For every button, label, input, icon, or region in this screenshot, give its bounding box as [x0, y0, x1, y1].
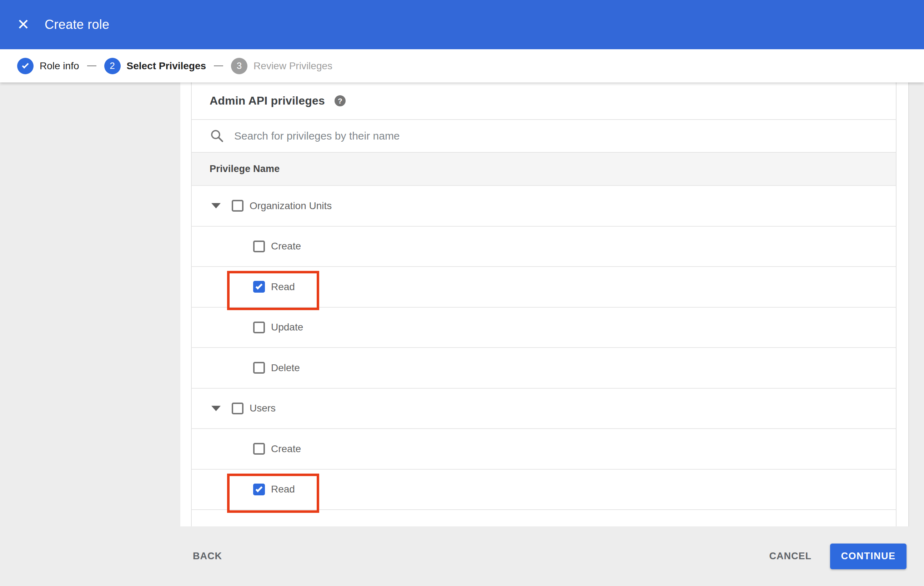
expand-arrow-icon[interactable] [211, 203, 221, 208]
stepper-step-label: Select Privileges [127, 60, 206, 72]
scrollbar-track[interactable] [908, 82, 924, 527]
privilege-row-read: Read [192, 470, 896, 510]
dialog-title: Create role [45, 17, 109, 32]
footer-actions: CANCEL CONTINUE [769, 543, 907, 569]
stepper-step-label: Role info [40, 60, 79, 72]
privilege-label: Users [249, 403, 276, 414]
privilege-label: Organization Units [249, 200, 332, 212]
privilege-label: Update [271, 321, 303, 333]
privilege-row-read: Read [192, 267, 896, 308]
checkbox-read[interactable] [253, 484, 265, 495]
dialog-footer: BACK CANCEL CONTINUE [0, 527, 924, 586]
privilege-row-partial [192, 510, 896, 527]
dialog-header: ✕ Create role [0, 0, 924, 49]
check-icon [256, 485, 263, 492]
search-input[interactable] [234, 130, 770, 142]
checkbox-delete[interactable] [253, 362, 265, 374]
help-icon[interactable]: ? [335, 95, 346, 106]
step-check-icon [17, 58, 33, 74]
check-icon [22, 61, 28, 68]
expand-arrow-icon[interactable] [211, 406, 221, 411]
privileges-card-heading: Admin API privileges ? [192, 82, 896, 120]
checkbox-read[interactable] [253, 281, 265, 293]
privilege-label: Delete [271, 362, 300, 374]
check-icon [256, 283, 263, 290]
stepper-step-role-info[interactable]: Role info [17, 58, 79, 74]
search-icon [210, 129, 224, 143]
privilege-row-organization-units: Organization Units [192, 186, 896, 227]
cancel-button[interactable]: CANCEL [769, 551, 812, 562]
privilege-row-delete: Delete [192, 348, 896, 388]
stepper-step-review-privileges[interactable]: 3Review Privileges [231, 58, 332, 74]
privilege-row-create: Create [192, 429, 896, 470]
panel-title: Admin API privileges [210, 94, 325, 107]
privilege-row-update: Update [192, 308, 896, 348]
main-content: Admin API privileges ? Privilege Name Or… [0, 82, 924, 527]
continue-button[interactable]: CONTINUE [830, 543, 906, 569]
privilege-label: Read [271, 484, 295, 495]
create-role-dialog: ✕ Create role Role info2Select Privilege… [0, 0, 924, 586]
stepper-connector [214, 65, 223, 66]
table-header-label: Privilege Name [210, 163, 280, 174]
stepper-steps: Role info2Select Privileges3Review Privi… [17, 58, 332, 74]
table-header-row: Privilege Name [192, 153, 896, 186]
checkbox-create[interactable] [253, 443, 265, 455]
stepper-connector [87, 65, 96, 66]
privilege-row-users: Users [192, 388, 896, 429]
checkbox-create[interactable] [253, 240, 265, 252]
privilege-search-row [192, 120, 896, 153]
back-button[interactable]: BACK [193, 551, 222, 562]
checkbox-users[interactable] [232, 403, 244, 414]
checkbox-organization-units[interactable] [232, 200, 244, 212]
step-number: 3 [231, 58, 248, 74]
step-number: 2 [104, 58, 120, 74]
privilege-label: Create [271, 240, 301, 252]
privilege-row-create: Create [192, 227, 896, 267]
checkbox-update[interactable] [253, 321, 265, 333]
privilege-label: Read [271, 281, 295, 293]
privileges-card: Admin API privileges ? Privilege Name Or… [191, 82, 896, 527]
left-gutter-panel [0, 82, 180, 527]
close-icon[interactable]: ✕ [15, 17, 31, 33]
stepper-step-select-privileges[interactable]: 2Select Privileges [104, 58, 206, 74]
privilege-label: Create [271, 443, 301, 455]
stepper: Role info2Select Privileges3Review Privi… [0, 49, 924, 82]
privilege-rows: Organization UnitsCreateReadUpdateDelete… [192, 186, 896, 527]
stepper-step-label: Review Privileges [254, 60, 332, 72]
